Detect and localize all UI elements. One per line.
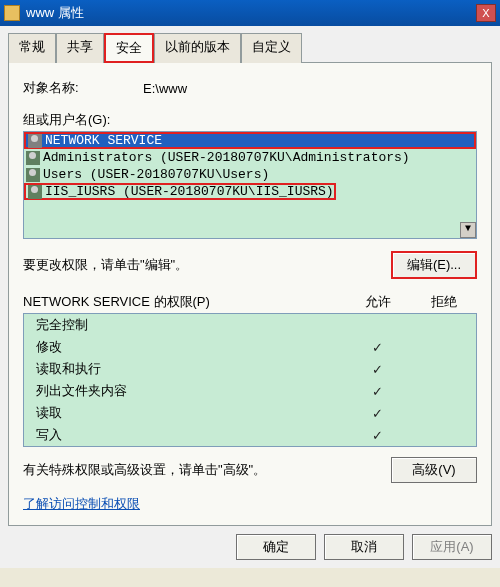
user-icon — [28, 134, 42, 148]
tab-security[interactable]: 安全 — [104, 33, 154, 63]
group-item-users[interactable]: Users (USER-20180707KU\Users) — [24, 166, 476, 183]
group-item-iis-iusrs[interactable]: IIS_IUSRS (USER-20180707KU\IIS_IUSRS) — [24, 183, 336, 200]
group-icon — [26, 151, 40, 165]
perm-header-label: NETWORK SERVICE 的权限(P) — [23, 293, 345, 311]
scroll-down-button[interactable]: ▼ — [460, 222, 476, 238]
perm-row-list-contents: 列出文件夹内容 ✓ — [24, 380, 476, 402]
group-item-network-service[interactable]: NETWORK SERVICE — [24, 132, 476, 149]
perm-name: 完全控制 — [36, 316, 344, 334]
tab-bar: 常规 共享 安全 以前的版本 自定义 — [8, 32, 492, 63]
titlebar: www 属性 X — [0, 0, 500, 26]
edit-button[interactable]: 编辑(E)... — [391, 251, 477, 279]
perm-col-allow: 允许 — [345, 293, 411, 311]
perm-allow: ✓ — [344, 340, 410, 355]
perm-name: 读取 — [36, 404, 344, 422]
group-icon — [26, 168, 40, 182]
help-link[interactable]: 了解访问控制和权限 — [23, 496, 140, 511]
edit-row: 要更改权限，请单击"编辑"。 编辑(E)... — [23, 251, 477, 279]
perm-allow: ✓ — [344, 428, 410, 443]
advanced-button[interactable]: 高级(V) — [391, 457, 477, 483]
cancel-button[interactable]: 取消 — [324, 534, 404, 560]
perm-row-write: 写入 ✓ — [24, 424, 476, 446]
object-value: E:\www — [143, 81, 187, 96]
permission-list[interactable]: 完全控制 修改 ✓ 读取和执行 ✓ 列出文件夹内容 ✓ 读取 ✓ — [23, 313, 477, 447]
group-item-label: IIS_IUSRS (USER-20180707KU\IIS_IUSRS) — [45, 184, 334, 199]
group-list[interactable]: NETWORK SERVICE Administrators (USER-201… — [23, 131, 477, 239]
security-pane: 对象名称: E:\www 组或用户名(G): NETWORK SERVICE A… — [8, 63, 492, 526]
perm-name: 读取和执行 — [36, 360, 344, 378]
tab-general[interactable]: 常规 — [8, 33, 56, 63]
window-title: www 属性 — [26, 4, 476, 22]
apply-button[interactable]: 应用(A) — [412, 534, 492, 560]
group-item-label: Administrators (USER-20180707KU\Administ… — [43, 150, 410, 165]
object-row: 对象名称: E:\www — [23, 79, 477, 97]
advanced-row: 有关特殊权限或高级设置，请单击"高级"。 高级(V) — [23, 457, 477, 483]
group-item-label: NETWORK SERVICE — [45, 133, 162, 148]
folder-icon — [4, 5, 20, 21]
perm-name: 修改 — [36, 338, 344, 356]
perm-row-read-execute: 读取和执行 ✓ — [24, 358, 476, 380]
dialog-buttons: 确定 取消 应用(A) — [8, 526, 492, 560]
close-button[interactable]: X — [476, 4, 496, 22]
tab-sharing[interactable]: 共享 — [56, 33, 104, 63]
group-item-administrators[interactable]: Administrators (USER-20180707KU\Administ… — [24, 149, 476, 166]
perm-name: 列出文件夹内容 — [36, 382, 344, 400]
group-icon — [28, 185, 42, 199]
perm-allow: ✓ — [344, 384, 410, 399]
ok-button[interactable]: 确定 — [236, 534, 316, 560]
tab-custom[interactable]: 自定义 — [241, 33, 302, 63]
perm-col-deny: 拒绝 — [411, 293, 477, 311]
perm-row-modify: 修改 ✓ — [24, 336, 476, 358]
perm-row-full-control: 完全控制 — [24, 314, 476, 336]
perm-header: NETWORK SERVICE 的权限(P) 允许 拒绝 — [23, 293, 477, 311]
perm-row-read: 读取 ✓ — [24, 402, 476, 424]
object-label: 对象名称: — [23, 79, 143, 97]
perm-name: 写入 — [36, 426, 344, 444]
groups-label: 组或用户名(G): — [23, 111, 477, 129]
perm-allow: ✓ — [344, 362, 410, 377]
group-item-label: Users (USER-20180707KU\Users) — [43, 167, 269, 182]
advanced-hint: 有关特殊权限或高级设置，请单击"高级"。 — [23, 461, 391, 479]
perm-allow: ✓ — [344, 406, 410, 421]
tab-previous-versions[interactable]: 以前的版本 — [154, 33, 241, 63]
edit-hint: 要更改权限，请单击"编辑"。 — [23, 256, 391, 274]
